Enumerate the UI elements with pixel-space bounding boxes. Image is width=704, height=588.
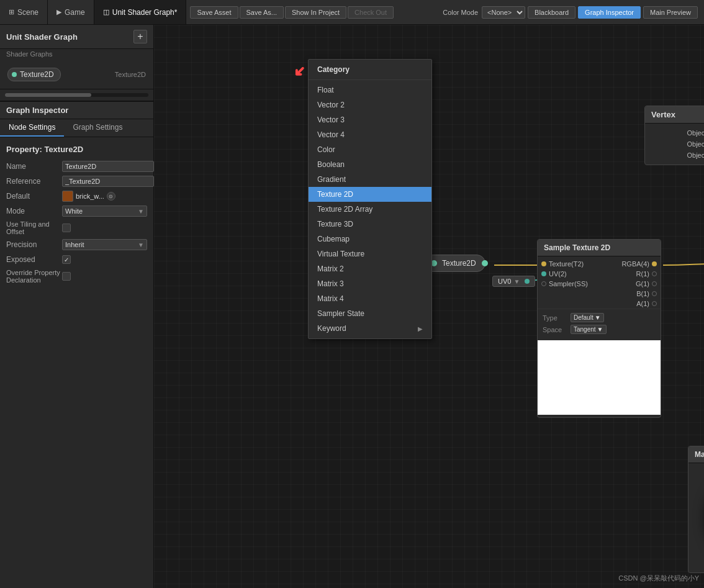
form-input-reference[interactable] — [62, 176, 154, 187]
input-texture-dot — [541, 261, 546, 266]
add-property-button[interactable]: + — [133, 30, 147, 43]
sample-space-label: Space — [543, 326, 571, 333]
tab-area: ⊞ Scene ▶ Game ◫ Unit Shader Graph* Save… — [0, 0, 397, 24]
uv0-node[interactable]: UV0 ▼ — [492, 276, 535, 287]
form-label-name: Name — [6, 162, 62, 171]
form-checkbox-override[interactable] — [62, 272, 71, 281]
dropdown-item-virtual-texture[interactable]: Virtual Texture — [309, 247, 431, 261]
main-preview-button[interactable]: Main Preview — [643, 6, 698, 19]
vertex-node-header: Vertex — [645, 106, 704, 124]
tab-game[interactable]: ▶ Game — [48, 0, 94, 24]
dropdown-sampler-state-label: Sampler State — [317, 309, 364, 318]
form-row-reference: Reference — [6, 174, 147, 189]
form-select-precision[interactable]: Inherit ▼ — [62, 239, 147, 250]
sample-output-a: A(1) — [633, 299, 661, 309]
output-g-label: G(1) — [636, 280, 649, 287]
show-in-project-button[interactable]: Show In Project — [285, 6, 346, 19]
form-select-mode[interactable]: White ▼ — [62, 206, 147, 217]
output-r-label: R(1) — [636, 270, 649, 278]
precision-value: Inherit — [65, 241, 84, 248]
texture2d-graph-node[interactable]: Texture2D — [424, 255, 485, 272]
dropdown-item-vector2[interactable]: Vector 2 — [309, 97, 431, 112]
form-row-mode: Mode White ▼ — [6, 204, 147, 219]
output-b-label: B(1) — [636, 290, 649, 297]
dropdown-vector2-label: Vector 2 — [317, 101, 345, 109]
dropdown-matrix4-label: Matrix 4 — [317, 294, 344, 303]
check-out-button[interactable]: Check Out — [348, 6, 394, 19]
form-checkbox-exposed[interactable] — [62, 255, 71, 264]
panel-title: Unit Shader Graph — [6, 32, 78, 42]
save-asset-button[interactable]: Save Asset — [190, 6, 238, 19]
sample-type-label: Type — [543, 314, 571, 322]
tab-node-settings[interactable]: Node Settings — [0, 119, 64, 137]
sample-space-arrow: ▼ — [597, 326, 603, 333]
sample-preview — [538, 340, 661, 415]
game-icon: ▶ — [56, 8, 61, 16]
dropdown-item-vector3[interactable]: Vector 3 — [309, 112, 431, 127]
dropdown-texture2d-array-label: Texture 2D Array — [317, 205, 372, 214]
form-row-tiling: Use Tiling and Offset — [6, 219, 147, 237]
default-texture-area: brick_w... ⊙ — [62, 191, 115, 202]
main-layout: Unit Shader Graph + Shader Graphs Textur… — [0, 25, 704, 588]
dropdown-item-category[interactable]: Category — [309, 62, 431, 77]
sample-space-select[interactable]: Tangent ▼ — [571, 325, 607, 334]
dropdown-item-color[interactable]: Color — [309, 142, 431, 157]
tab-shader-graph[interactable]: ◫ Unit Shader Graph* — [94, 0, 187, 24]
graph-area[interactable]: Texture2D UV0 ▼ Sample Texture 2D Textur… — [154, 25, 704, 588]
dropdown-item-cubemap[interactable]: Cubemap — [309, 232, 431, 247]
precision-arrow-icon: ▼ — [138, 242, 144, 248]
tab-scene[interactable]: ⊞ Scene — [0, 0, 48, 24]
sample-space-row: Space Tangent ▼ — [543, 323, 656, 335]
texture2d-dot — [12, 72, 17, 77]
dropdown-vector3-label: Vector 3 — [317, 115, 345, 124]
dropdown-item-vector4[interactable]: Vector 4 — [309, 127, 431, 142]
sample-texture-node[interactable]: Sample Texture 2D Texture(T2) UV(2) — [537, 239, 661, 418]
form-label-exposed: Exposed — [6, 255, 62, 264]
color-mode-area: Color Mode <None> — [443, 6, 525, 19]
dropdown-item-texture2d[interactable]: Texture 2D — [309, 187, 431, 202]
sample-type-select[interactable]: Default ▼ — [571, 313, 604, 322]
sample-input-texture: Texture(T2) — [538, 259, 618, 269]
dropdown-texture2d-label: Texture 2D — [317, 190, 353, 199]
texture-preview — [62, 191, 73, 202]
color-mode-select[interactable]: <None> — [482, 6, 525, 19]
uv0-label: UV0 — [498, 278, 511, 285]
texture2d-pill[interactable]: Texture2D — [7, 68, 61, 81]
uv0-arrow[interactable]: ▼ — [513, 278, 520, 285]
dropdown-item-keyword[interactable]: Keyword ▶ — [309, 321, 431, 336]
dropdown-item-matrix3[interactable]: Matrix 3 — [309, 276, 431, 291]
main-preview-node: Main Preview — [688, 446, 704, 573]
dropdown-category-label: Category — [317, 65, 350, 74]
vertex-tangent-row: Object Space Tangent(3) — [645, 150, 704, 161]
dropdown-boolean-label: Boolean — [317, 160, 345, 169]
dropdown-item-texture3d[interactable]: Texture 3D — [309, 217, 431, 232]
sample-output-r: R(1) — [633, 269, 661, 279]
dropdown-item-gradient[interactable]: Gradient — [309, 172, 431, 187]
dropdown-item-matrix2[interactable]: Matrix 2 — [309, 261, 431, 276]
graph-inspector-button[interactable]: Graph Inspector — [578, 6, 641, 19]
dropdown-item-matrix4[interactable]: Matrix 4 — [309, 291, 431, 306]
panel-title-bar: Unit Shader Graph + — [0, 25, 153, 49]
form-input-name[interactable] — [62, 161, 154, 172]
dropdown-item-float[interactable]: Float — [309, 83, 431, 97]
tab-graph-settings[interactable]: Graph Settings — [64, 119, 131, 137]
dropdown-item-sampler-state[interactable]: Sampler State — [309, 306, 431, 321]
sample-type-value: Default — [574, 314, 593, 321]
property-item-texture2d[interactable]: Texture2D Texture2D — [4, 65, 150, 84]
dropdown-item-texture2d-array[interactable]: Texture 2D Array — [309, 202, 431, 217]
form-checkbox-tiling[interactable] — [62, 224, 71, 232]
left-panel: Unit Shader Graph + Shader Graphs Textur… — [0, 25, 154, 588]
sample-space-value: Tangent — [574, 326, 596, 333]
inspector-title-bar: Graph Inspector — [0, 102, 153, 119]
blackboard-button[interactable]: Blackboard — [528, 6, 575, 19]
texture-selector-button[interactable]: ⊙ — [107, 192, 115, 201]
form-label-precision: Precision — [6, 240, 62, 249]
dropdown-item-boolean[interactable]: Boolean — [309, 157, 431, 172]
vertex-tangent-space: Object Space — [651, 152, 704, 159]
scrollbar-track[interactable] — [5, 93, 148, 97]
save-as-button[interactable]: Save As... — [240, 6, 284, 19]
dropdown-gradient-label: Gradient — [317, 175, 346, 184]
form-row-name: Name — [6, 159, 147, 174]
vertex-normal-row: Object Space Normal(3) — [645, 138, 704, 150]
input-uv-dot — [541, 271, 546, 276]
